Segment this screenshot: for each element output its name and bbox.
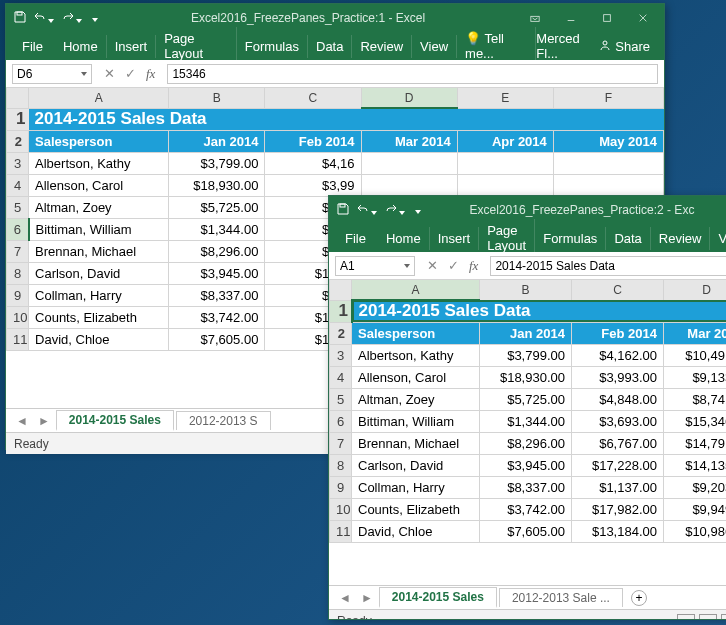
fx-icon[interactable]: fx: [142, 66, 159, 82]
row-header[interactable]: 2: [7, 130, 29, 152]
cell[interactable]: [553, 152, 663, 174]
cell[interactable]: $14,791.0: [664, 432, 727, 454]
row-header[interactable]: 1: [330, 300, 352, 322]
cell[interactable]: [457, 152, 553, 174]
sheet-nav-prev-icon[interactable]: ◄: [335, 591, 355, 605]
tab-view[interactable]: View: [412, 35, 457, 58]
undo-icon[interactable]: [34, 11, 54, 26]
tab-review[interactable]: Review: [651, 227, 711, 250]
cell[interactable]: $13,184.00: [572, 520, 664, 542]
page-layout-view-icon[interactable]: [699, 614, 717, 621]
col-header[interactable]: B: [480, 280, 572, 300]
cell[interactable]: Albertson, Kathy: [352, 344, 480, 366]
cell[interactable]: Altman, Zoey: [352, 388, 480, 410]
col-header[interactable]: F: [553, 88, 663, 108]
cell[interactable]: [361, 152, 457, 174]
cell[interactable]: $18,930.00: [480, 366, 572, 388]
sheet-tab-active[interactable]: 2014-2015 Sales: [56, 410, 174, 431]
close-button[interactable]: [626, 8, 660, 28]
col-header[interactable]: D: [664, 280, 727, 300]
row-header[interactable]: 6: [7, 218, 29, 240]
tab-home[interactable]: Home: [378, 227, 430, 250]
cell[interactable]: $8,296.00: [480, 432, 572, 454]
cancel-icon[interactable]: ✕: [100, 66, 119, 81]
cell[interactable]: $9,949.0: [664, 498, 727, 520]
cell[interactable]: $14,135.0: [664, 454, 727, 476]
row-header[interactable]: 7: [7, 240, 29, 262]
cell[interactable]: $5,725.00: [480, 388, 572, 410]
cell[interactable]: $9,133.0: [664, 366, 727, 388]
sheet-nav-next-icon[interactable]: ►: [34, 414, 54, 428]
tab-review[interactable]: Review: [352, 35, 412, 58]
save-icon[interactable]: [14, 11, 26, 26]
cell[interactable]: $3,693.00: [572, 410, 664, 432]
redo-icon[interactable]: [62, 11, 82, 26]
row-header[interactable]: 8: [7, 262, 29, 284]
cell[interactable]: [361, 174, 457, 196]
sheet-tab[interactable]: 2012-2013 Sale ...: [499, 588, 623, 607]
cell[interactable]: Carlson, David: [29, 262, 169, 284]
cell[interactable]: $10,986.0: [664, 520, 727, 542]
cell[interactable]: $18,930.00: [169, 174, 265, 196]
qat-more-icon[interactable]: [413, 203, 421, 217]
sheet-tab[interactable]: 2012-2013 S: [176, 411, 271, 430]
name-box[interactable]: A1: [335, 256, 415, 276]
cell[interactable]: Bittiman, William: [352, 410, 480, 432]
col-header[interactable]: D: [361, 88, 457, 108]
select-all-corner[interactable]: [330, 280, 352, 300]
formula-input[interactable]: 15346: [167, 64, 658, 84]
page-break-view-icon[interactable]: [721, 614, 726, 621]
tab-page-layout[interactable]: Page Layout: [156, 27, 237, 65]
col-header[interactable]: C: [572, 280, 664, 300]
cell[interactable]: $7,605.00: [480, 520, 572, 542]
col-header[interactable]: A: [352, 280, 480, 300]
cell[interactable]: Bittiman, William: [29, 218, 169, 240]
row-header[interactable]: 5: [330, 388, 352, 410]
cell[interactable]: $1,344.00: [480, 410, 572, 432]
tab-data[interactable]: Data: [308, 35, 352, 58]
cell[interactable]: $7,605.00: [169, 328, 265, 350]
col-header[interactable]: B: [169, 88, 265, 108]
undo-icon[interactable]: [357, 203, 377, 218]
cell[interactable]: $8,296.00: [169, 240, 265, 262]
cell[interactable]: $4,16: [265, 152, 361, 174]
enter-icon[interactable]: ✓: [121, 66, 140, 81]
row-header[interactable]: 11: [330, 520, 352, 542]
tab-insert[interactable]: Insert: [107, 35, 157, 58]
row-header[interactable]: 10: [7, 306, 29, 328]
cell[interactable]: $8,337.00: [169, 284, 265, 306]
cell[interactable]: $3,945.00: [169, 262, 265, 284]
row-header[interactable]: 7: [330, 432, 352, 454]
cell[interactable]: $6,767.00: [572, 432, 664, 454]
row-header[interactable]: 4: [7, 174, 29, 196]
cell[interactable]: Brennan, Michael: [29, 240, 169, 262]
cell[interactable]: Albertson, Kathy: [29, 152, 169, 174]
row-header[interactable]: 9: [330, 476, 352, 498]
sheet-nav-next-icon[interactable]: ►: [357, 591, 377, 605]
cell[interactable]: Altman, Zoey: [29, 196, 169, 218]
formula-input[interactable]: 2014-2015 Sales Data: [490, 256, 726, 276]
spreadsheet-grid[interactable]: A B C D 12014-2015 Sales Data 2 Salesper…: [329, 280, 726, 585]
row-header[interactable]: 3: [330, 344, 352, 366]
cell[interactable]: $5,725.00: [169, 196, 265, 218]
tab-insert[interactable]: Insert: [430, 227, 480, 250]
redo-icon[interactable]: [385, 203, 405, 218]
name-box[interactable]: D6: [12, 64, 92, 84]
normal-view-icon[interactable]: [677, 614, 695, 621]
cell[interactable]: Collman, Harry: [352, 476, 480, 498]
cell[interactable]: $3,945.00: [480, 454, 572, 476]
cell[interactable]: $9,203.0: [664, 476, 727, 498]
maximize-button[interactable]: [590, 8, 624, 28]
row-header[interactable]: 5: [7, 196, 29, 218]
row-header[interactable]: 4: [330, 366, 352, 388]
cell[interactable]: $3,99: [265, 174, 361, 196]
tab-view[interactable]: View: [710, 227, 726, 250]
row-header[interactable]: 6: [330, 410, 352, 432]
tab-home[interactable]: Home: [55, 35, 107, 58]
sheet-nav-prev-icon[interactable]: ◄: [12, 414, 32, 428]
tab-formulas[interactable]: Formulas: [237, 35, 308, 58]
ribbon-options-icon[interactable]: [518, 8, 552, 28]
fx-icon[interactable]: fx: [465, 258, 482, 274]
share-button[interactable]: Share: [593, 37, 656, 56]
add-sheet-button[interactable]: +: [631, 590, 647, 606]
